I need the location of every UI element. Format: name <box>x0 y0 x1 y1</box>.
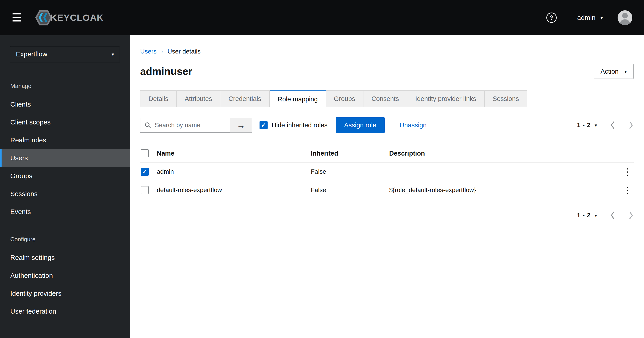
user-menu-button[interactable]: admin ▾ <box>577 14 603 22</box>
help-button[interactable]: ? <box>546 12 557 23</box>
hide-inherited-toggle[interactable]: ✓ Hide inherited roles <box>260 121 328 129</box>
sidebar-item-realm-settings[interactable]: Realm settings <box>0 249 130 266</box>
sidebar-item-sessions[interactable]: Sessions <box>0 185 130 203</box>
row-kebab-button[interactable]: ⋮ <box>621 186 634 194</box>
hide-inherited-checkbox[interactable]: ✓ <box>260 121 268 129</box>
keycloak-logo[interactable]: KEYCLOAK <box>35 8 104 27</box>
page-header: adminuser Action ▾ <box>140 64 634 79</box>
realm-name: Expertflow <box>16 50 47 58</box>
next-page-button[interactable] <box>628 121 634 130</box>
tab-groups[interactable]: Groups <box>326 90 364 107</box>
role-mapping-table: Name Inherited Description ✓ admin False… <box>140 144 634 199</box>
search-input[interactable] <box>155 122 227 129</box>
search-submit-button[interactable]: → <box>230 118 252 132</box>
breadcrumb-separator-icon: › <box>161 48 163 55</box>
search-group: → <box>140 118 252 132</box>
table-row-default-roles-expertflow: default-roles-expertflow False ${role_de… <box>140 181 634 199</box>
masthead-right: ? admin ▾ <box>546 10 632 25</box>
caret-down-icon: ▾ <box>624 69 627 74</box>
breadcrumb-users-link[interactable]: Users <box>140 48 156 55</box>
select-all-checkbox[interactable] <box>140 149 149 157</box>
main-content: Users › User details adminuser Action ▾ … <box>130 35 644 338</box>
sidebar-nav: Manage Clients Client scopes Realm roles… <box>0 74 130 320</box>
unassign-link[interactable]: Unassign <box>400 122 426 129</box>
role-toolbar: → ✓ Hide inherited roles Assign role Una… <box>140 117 634 133</box>
hide-inherited-label: Hide inherited roles <box>272 122 328 129</box>
cell-description: ${role_default-roles-expertflow} <box>389 186 618 194</box>
keycloak-wordmark: KEYCLOAK <box>50 12 104 23</box>
pagination-top: 1 - 2 ▾ <box>577 121 634 130</box>
row-actions-cell: ⋮ <box>618 167 634 176</box>
previous-page-button[interactable] <box>610 211 615 220</box>
page-title: adminuser <box>140 65 192 78</box>
pagination-bottom-wrap: 1 - 2 ▾ <box>140 211 634 220</box>
keycloak-logo-icon <box>35 8 52 27</box>
chevron-left-icon <box>610 121 615 130</box>
action-dropdown-button[interactable]: Action ▾ <box>594 64 634 79</box>
check-icon: ✓ <box>142 169 147 174</box>
page-body: Expertflow ▾ Manage Clients Client scope… <box>0 35 644 338</box>
row-checkbox[interactable]: ✓ <box>140 168 149 176</box>
column-header-description: Description <box>389 150 618 157</box>
arrow-right-icon: → <box>237 121 245 130</box>
column-header-inherited: Inherited <box>311 150 389 157</box>
nav-section-manage: Manage <box>0 82 130 90</box>
user-avatar-icon <box>618 10 632 25</box>
username: admin <box>577 14 596 22</box>
sidebar-item-client-scopes[interactable]: Client scopes <box>0 113 130 131</box>
nav-section-configure: Configure <box>0 236 130 243</box>
caret-down-icon: ▾ <box>600 16 603 20</box>
row-checkbox-cell: ✓ <box>140 168 157 176</box>
column-header-name: Name <box>157 150 311 157</box>
chevron-left-icon <box>610 211 615 220</box>
tab-sessions[interactable]: Sessions <box>484 90 527 107</box>
caret-down-icon: ▾ <box>112 52 114 57</box>
header-checkbox-cell <box>140 149 157 157</box>
chevron-right-icon <box>628 211 634 220</box>
row-checkbox[interactable] <box>140 186 149 194</box>
pagination-range-button[interactable]: 1 - 2 ▾ <box>577 122 597 129</box>
sidebar-item-events[interactable]: Events <box>0 203 130 221</box>
realm-selector[interactable]: Expertflow ▾ <box>10 46 120 62</box>
breadcrumb: Users › User details <box>140 48 634 55</box>
sidebar-item-clients[interactable]: Clients <box>0 95 130 113</box>
tab-details[interactable]: Details <box>140 90 177 107</box>
sidebar-item-authentication[interactable]: Authentication <box>0 266 130 284</box>
chevron-right-icon <box>628 121 634 130</box>
cell-name: default-roles-expertflow <box>157 186 311 194</box>
pagination-range-button[interactable]: 1 - 2 ▾ <box>577 212 597 219</box>
previous-page-button[interactable] <box>610 121 615 130</box>
cell-inherited: False <box>311 168 389 175</box>
sidebar-item-user-federation[interactable]: User federation <box>0 302 130 320</box>
breadcrumb-current: User details <box>168 48 201 55</box>
pagination-bottom: 1 - 2 ▾ <box>577 211 634 220</box>
help-icon: ? <box>550 14 553 21</box>
pagination-range: 1 - 2 <box>577 212 590 219</box>
tab-consents[interactable]: Consents <box>364 90 407 107</box>
row-checkbox-cell <box>140 186 157 194</box>
kebab-icon: ⋮ <box>623 185 632 195</box>
next-page-button[interactable] <box>628 211 634 220</box>
tab-credentials[interactable]: Credentials <box>220 90 270 107</box>
tab-attributes[interactable]: Attributes <box>177 90 220 107</box>
pagination-range: 1 - 2 <box>577 122 590 129</box>
sidebar-item-groups[interactable]: Groups <box>0 167 130 185</box>
tab-identity-provider-links[interactable]: Identity provider links <box>407 90 484 107</box>
assign-role-button[interactable]: Assign role <box>336 117 385 133</box>
sidebar-item-identity-providers[interactable]: Identity providers <box>0 284 130 302</box>
tab-bar: Details Attributes Credentials Role mapp… <box>140 90 634 107</box>
row-kebab-button[interactable]: ⋮ <box>621 167 634 176</box>
tab-role-mapping[interactable]: Role mapping <box>270 90 326 107</box>
cell-inherited: False <box>311 186 389 194</box>
check-icon: ✓ <box>261 122 266 128</box>
keycloak-admin-console: ☰ KEYCLOAK ? admin ▾ <box>0 0 644 338</box>
cell-description: – <box>389 168 618 175</box>
avatar[interactable] <box>618 10 632 25</box>
sidebar: Expertflow ▾ Manage Clients Client scope… <box>0 35 130 338</box>
hamburger-menu-button[interactable]: ☰ <box>12 12 22 23</box>
sidebar-item-realm-roles[interactable]: Realm roles <box>0 131 130 149</box>
hamburger-icon: ☰ <box>12 12 22 24</box>
row-actions-cell: ⋮ <box>618 186 634 194</box>
action-label: Action <box>600 68 619 75</box>
sidebar-item-users[interactable]: Users <box>0 149 130 167</box>
